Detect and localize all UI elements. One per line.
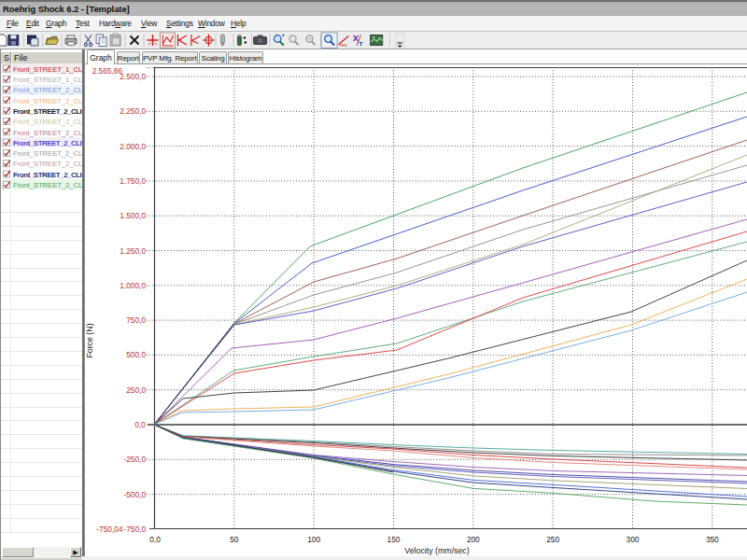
- svg-text:res: res: [340, 42, 346, 48]
